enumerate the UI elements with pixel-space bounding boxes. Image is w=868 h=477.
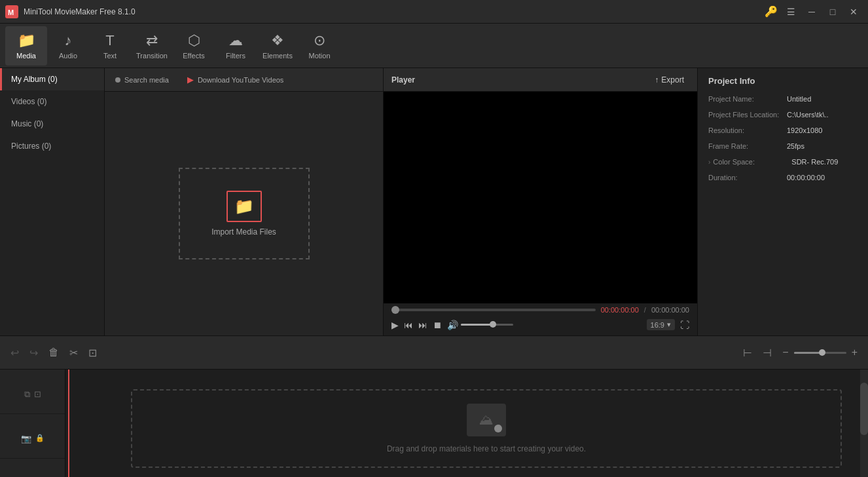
delete-button[interactable]: 🗑 <box>46 344 62 361</box>
effects-toolbar-icon: ⬡ <box>188 32 200 49</box>
timeline-scrollbar[interactable] <box>860 370 868 477</box>
drop-zone[interactable]: Drag and drop materials here to start cr… <box>131 389 842 468</box>
zoom-track[interactable] <box>794 352 846 354</box>
transition-toolbar-label: Transition <box>136 52 168 60</box>
elements-toolbar-label: Elements <box>262 52 293 60</box>
volume-track[interactable] <box>461 324 513 326</box>
motion-toolbar-icon: ⊙ <box>314 32 325 49</box>
split-left-button[interactable]: ⊢ <box>740 344 755 362</box>
player-header: Player ↑ Export <box>384 68 697 92</box>
project-info-row-1: Project Files Location:C:\Users\tk\.. <box>708 111 858 119</box>
search-media-tab[interactable]: Search media <box>110 73 174 86</box>
aspect-ratio-select[interactable]: 16:9 ▾ <box>647 319 675 330</box>
menu-button[interactable]: ☰ <box>782 3 800 21</box>
info-value-2: 1920x1080 <box>787 126 822 134</box>
minimize-button[interactable]: ─ <box>803 3 821 21</box>
volume-handle[interactable] <box>490 321 496 328</box>
download-youtube-tab[interactable]: ▶ Download YouTube Videos <box>182 72 289 87</box>
track-audio-lock: 🎵 🔒 <box>0 464 65 477</box>
media-toolbar-label: Media <box>16 52 36 60</box>
project-info-row-0: Project Name:Untitled <box>708 95 858 103</box>
info-label-3: Frame Rate: <box>708 142 787 150</box>
effects-toolbar-label: Effects <box>183 52 204 60</box>
close-button[interactable]: ✕ <box>844 3 863 21</box>
export-button[interactable]: ↑ Export <box>649 73 689 86</box>
time-separator: / <box>644 306 646 314</box>
media-content: 📁 Import Media Files <box>105 92 383 335</box>
info-label-5: Duration: <box>708 174 787 181</box>
sidebar-item-music[interactable]: Music (0) <box>0 113 104 135</box>
sidebar-item-videos[interactable]: Videos (0) <box>0 90 104 113</box>
toolbar-item-motion[interactable]: ⊙Motion <box>298 26 340 66</box>
info-value-0: Untitled <box>787 95 811 103</box>
timeline-area: ⧉ ⊡ 📷 🔒 🎵 🔒 <box>0 370 868 477</box>
crop-button[interactable]: ⊡ <box>86 344 99 362</box>
ratio-chevron: ▾ <box>667 320 671 329</box>
middle-row: My Album (0)Videos (0)Music (0)Pictures … <box>0 68 868 335</box>
track-video-lock: 📷 🔒 <box>0 419 65 459</box>
scrollbar-thumb[interactable] <box>860 383 868 435</box>
zoom-in-button[interactable]: + <box>849 344 860 361</box>
info-value-4: SDR- Rec.709 <box>791 158 838 166</box>
player-scrubber[interactable] <box>391 309 596 311</box>
import-media-label: Import Media Files <box>211 227 276 237</box>
text-toolbar-icon: T <box>105 32 114 49</box>
toolbar-item-text[interactable]: TText <box>89 26 131 66</box>
stop-button[interactable]: ⏹ <box>433 320 442 330</box>
zoom-fill <box>794 352 820 354</box>
volume-icon[interactable]: 🔊 <box>447 320 458 330</box>
paste-icon[interactable]: ⊡ <box>34 389 41 400</box>
key-icon[interactable]: 🔑 <box>765 5 778 18</box>
video-lock-icon[interactable]: 🔒 <box>35 434 45 444</box>
toolbar: 📁Media♪AudioTText⇄Transition⬡Effects☁Fil… <box>0 24 868 68</box>
sidebar-item-pictures[interactable]: Pictures (0) <box>0 135 104 157</box>
title-controls: ☰ ─ □ ✕ <box>782 3 863 21</box>
prev-frame-button[interactable]: ⏮ <box>404 320 413 330</box>
timeline-left-controls: ↩ ↪ 🗑 ✂ ⊡ <box>8 344 99 362</box>
media-tabs: Search media ▶ Download YouTube Videos <box>105 68 383 92</box>
scissors-button[interactable]: ✂ <box>67 344 81 362</box>
toolbar-item-elements[interactable]: ❖Elements <box>257 26 298 66</box>
sidebar-item-my-album[interactable]: My Album (0) <box>0 68 104 90</box>
play-button[interactable]: ▶ <box>391 320 399 330</box>
filters-toolbar-label: Filters <box>226 52 245 60</box>
toolbar-item-transition[interactable]: ⇄Transition <box>131 26 173 66</box>
undo-button[interactable]: ↩ <box>8 344 22 362</box>
media-toolbar-icon: 📁 <box>18 32 35 49</box>
player-panel: Player ↑ Export 00:00:00:00 / 00:00:00:0… <box>384 68 698 335</box>
redo-button[interactable]: ↪ <box>27 344 41 362</box>
app-icon: M <box>5 5 18 18</box>
next-frame-button[interactable]: ⏭ <box>418 320 427 330</box>
folder-icon: 📁 <box>234 197 254 215</box>
text-toolbar-label: Text <box>103 52 117 60</box>
zoom-out-button[interactable]: − <box>780 344 791 361</box>
info-label-1: Project Files Location: <box>708 111 787 119</box>
info-label-4: Color Space: <box>713 158 791 166</box>
info-arrow[interactable]: › <box>708 159 710 166</box>
toolbar-item-audio[interactable]: ♪Audio <box>47 26 89 66</box>
import-media-box[interactable]: 📁 Import Media Files <box>179 168 310 259</box>
transition-toolbar-icon: ⇄ <box>146 32 158 49</box>
scrubber-handle[interactable] <box>391 306 399 314</box>
playhead[interactable] <box>68 370 69 477</box>
title-bar: M MiniTool MovieMaker Free 8.1.0 🔑 ☰ ─ □… <box>0 0 868 24</box>
project-info-row-5: Duration:00:00:00:00 <box>708 174 858 181</box>
player-controls: ▶ ⏮ ⏭ ⏹ 🔊 16:9 ▾ ⛶ <box>384 316 697 335</box>
toolbar-item-effects[interactable]: ⬡Effects <box>173 26 215 66</box>
toolbar-item-filters[interactable]: ☁Filters <box>215 26 257 66</box>
zoom-handle[interactable] <box>819 349 825 356</box>
fullscreen-button[interactable]: ⛶ <box>680 320 689 330</box>
player-title: Player <box>391 75 415 85</box>
project-info-row-3: Frame Rate:25fps <box>708 142 858 150</box>
zoom-slider: − + <box>780 344 860 361</box>
copy-icon[interactable]: ⧉ <box>24 389 30 400</box>
filters-toolbar-icon: ☁ <box>228 32 243 49</box>
toolbar-item-media[interactable]: 📁Media <box>5 26 47 66</box>
maximize-button[interactable]: □ <box>823 3 842 21</box>
split-right-button[interactable]: ⊣ <box>760 344 774 362</box>
youtube-icon: ▶ <box>187 75 194 85</box>
export-icon: ↑ <box>655 75 659 85</box>
folder-icon-wrap: 📁 <box>226 191 262 222</box>
download-youtube-label: Download YouTube Videos <box>198 76 284 84</box>
project-info-row-2: Resolution:1920x1080 <box>708 126 858 134</box>
